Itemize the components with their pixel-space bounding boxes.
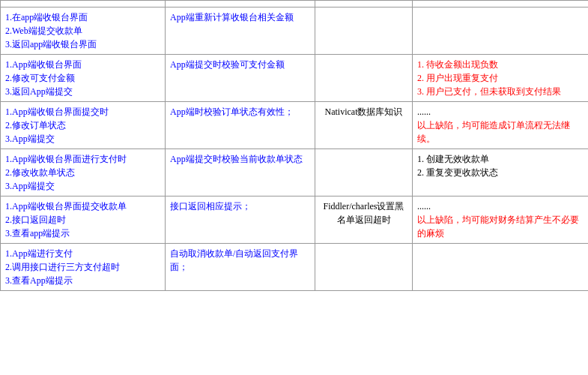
expected-cell: 自动取消收款单/自动返回支付界面； bbox=[166, 244, 315, 291]
header-steps bbox=[1, 1, 166, 8]
risk-cell: 1. 待收金额出现负数2. 用户出现重复支付3. 用户已支付，但未获取到支付结果 bbox=[413, 55, 589, 102]
table-row: 1.App端收银台界面提交收款单 2.接口返回超时 3.查看app端提示 bbox=[1, 196, 166, 244]
expected-cell: App端提交时校验当前收款单状态 bbox=[166, 149, 315, 196]
table-row: 1.App端收银台界面 2.修改可支付金额 3.返回App端提交 bbox=[1, 55, 166, 102]
table-row: 1.App端收银台界面进行支付时 2.修改收款单状态 3.App端提交 bbox=[1, 149, 166, 196]
risk-cell: ......以上缺陷，均可能造成订单流程无法继续。 bbox=[413, 102, 589, 149]
table-row: 1.App端收银台界面提交时 2.修改订单状态 3.App端提交 bbox=[1, 102, 166, 149]
table-row: 1.在app端收银台界面 2.Web端提交收款单 3.返回app端收银台界面 bbox=[1, 8, 166, 55]
risk-cell bbox=[413, 8, 589, 55]
risk-cell: ......以上缺陷，均可能对财务结算产生不必要的麻烦 bbox=[413, 196, 589, 244]
expected-cell: App端时校验订单状态有效性； bbox=[166, 102, 315, 149]
risk-cell bbox=[413, 244, 589, 291]
header-expected bbox=[166, 1, 315, 8]
skill-cell: Nativicat数据库知识 bbox=[315, 102, 413, 149]
table-row: 1.App端进行支付 2.调用接口进行三方支付超时 3.查看App端提示 bbox=[1, 244, 166, 291]
risk-cell: 1. 创建无效收款单2. 重复变更收款状态 bbox=[413, 149, 589, 196]
skill-cell bbox=[315, 55, 413, 102]
skill-cell: Fiddler/charles设置黑名单返回超时 bbox=[315, 196, 413, 244]
expected-cell: App端重新计算收银台相关金额 bbox=[166, 8, 315, 55]
header-skill bbox=[315, 1, 413, 8]
skill-cell bbox=[315, 8, 413, 55]
expected-cell: 接口返回相应提示； bbox=[166, 196, 315, 244]
skill-cell bbox=[315, 244, 413, 291]
skill-cell bbox=[315, 149, 413, 196]
header-risk bbox=[413, 1, 589, 8]
expected-cell: App端提交时校验可支付金额 bbox=[166, 55, 315, 102]
